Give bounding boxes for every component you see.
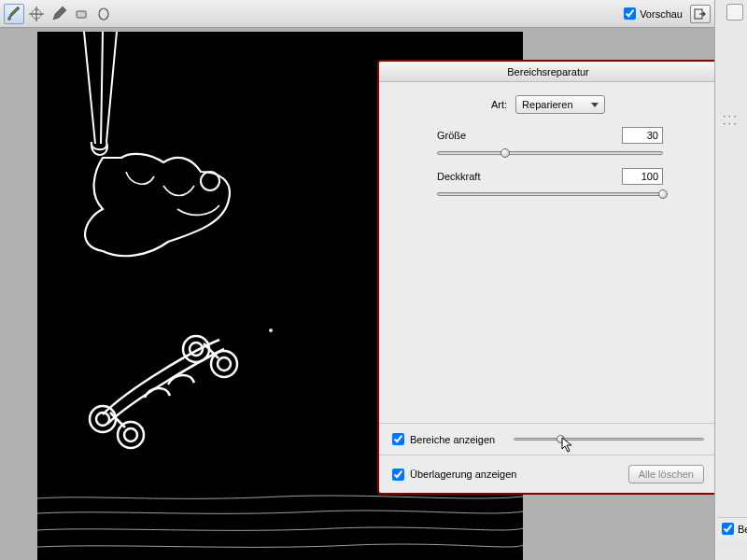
rightbar-checkbox[interactable] (722, 523, 734, 535)
rightbar-bottom-row: Bereich (718, 517, 747, 539)
svg-point-0 (7, 17, 11, 21)
svg-point-9 (269, 329, 273, 332)
show-areas-label: Bereiche anzeigen (410, 434, 495, 445)
rightbar-label: Bereich (738, 524, 747, 535)
type-label: Art: (491, 99, 507, 110)
toolbar: Vorschau (0, 0, 714, 28)
pen-icon (51, 7, 66, 21)
show-areas-slider[interactable] (514, 435, 704, 444)
ellipse-icon (96, 7, 111, 21)
tool-pen[interactable] (49, 4, 69, 24)
area-repair-panel: Bereichsreparatur Art: Reparieren Größe … (377, 60, 719, 495)
size-label: Größe (437, 130, 466, 141)
preview-checkbox[interactable] (624, 7, 636, 20)
size-slider[interactable] (437, 147, 663, 159)
rightbar-handle-icon: ······ (723, 112, 739, 127)
panel-title[interactable]: Bereichsreparatur (379, 62, 717, 82)
show-areas-row: Bereiche anzeigen (379, 423, 717, 455)
rightbar-toggle[interactable] (726, 4, 743, 21)
svg-rect-4 (77, 11, 86, 18)
show-overlay-row: Überlagerung anzeigen Alle löschen (379, 455, 717, 493)
tool-eraser[interactable] (71, 4, 92, 24)
show-overlay-checkbox[interactable] (392, 469, 404, 481)
preview-label: Vorschau (640, 8, 683, 20)
export-icon (694, 8, 707, 20)
svg-point-5 (99, 8, 108, 20)
preview-checkbox-wrap[interactable]: Vorschau (624, 7, 683, 20)
eraser-icon (74, 7, 89, 21)
tool-ellipse[interactable] (93, 4, 114, 24)
show-overlay-label: Überlagerung anzeigen (410, 469, 516, 480)
opacity-slider[interactable] (437, 189, 663, 200)
brush-icon (7, 7, 21, 21)
size-value[interactable]: 30 (622, 127, 663, 144)
show-areas-checkbox[interactable] (392, 433, 404, 445)
right-sidebar: ······ Bereich (714, 0, 747, 560)
show-areas-thumb[interactable] (557, 435, 565, 443)
opacity-slider-thumb[interactable] (658, 189, 668, 199)
crosshair-icon (29, 7, 44, 21)
delete-all-button[interactable]: Alle löschen (628, 465, 704, 483)
export-button[interactable] (690, 5, 711, 23)
opacity-value[interactable]: 100 (622, 168, 663, 185)
tool-crosshair[interactable] (26, 4, 47, 24)
size-slider-thumb[interactable] (500, 148, 510, 158)
opacity-label: Deckkraft (437, 171, 480, 182)
type-dropdown[interactable]: Reparieren (515, 95, 605, 114)
tool-brush[interactable] (4, 4, 24, 24)
